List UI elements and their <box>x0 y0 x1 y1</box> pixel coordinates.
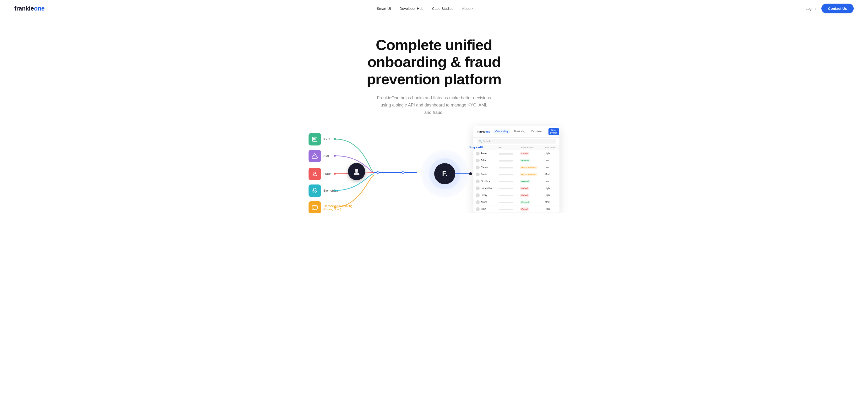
tab-monitoring[interactable]: Monitoring <box>512 130 527 134</box>
cell-status: Failed <box>518 192 542 199</box>
cell-status: Failed <box>518 150 542 157</box>
hero-title: Complete unified onboarding & fraud prev… <box>338 36 530 88</box>
svg-point-12 <box>334 190 336 192</box>
cell-name: Henry <box>473 192 496 199</box>
cell-status: Passed <box>518 157 542 164</box>
single-api-label: Single API <box>469 145 483 149</box>
ref-bar <box>499 188 513 189</box>
cell-risk: Med <box>542 171 559 178</box>
nav-link-about[interactable]: About ▾ <box>462 6 473 10</box>
nav-link-smart-ui[interactable]: Smart UI <box>377 6 391 10</box>
table-row[interactable]: June Failed High <box>473 205 559 212</box>
table-row[interactable]: Jamie Needs Attention Med <box>473 171 559 178</box>
ref-bar <box>499 160 513 162</box>
table-row[interactable]: Samantha Failed High <box>473 185 559 192</box>
cell-risk: High <box>542 185 559 192</box>
cell-ref <box>496 171 518 178</box>
table-body: Frans Failed High Julia Passed Low Carlo… <box>473 150 559 212</box>
table-row[interactable]: Carlos Needs Attention Low <box>473 164 559 171</box>
logo-black: frankie <box>14 5 34 12</box>
cell-ref <box>496 157 518 164</box>
cell-ref <box>496 205 518 212</box>
search-bar[interactable]: 🔍 Search <box>477 139 556 144</box>
diagram-area: KYC AML Fraud Biometric <box>303 131 565 213</box>
dashboard-tabs: Onboarding Monitoring Dashboard <box>494 130 545 134</box>
biometrics-icon <box>309 184 321 197</box>
status-badge: Failed <box>520 194 529 197</box>
svg-point-9 <box>334 138 336 140</box>
aml-icon <box>309 150 321 162</box>
left-diagram: KYC AML Fraud Biometric <box>309 131 418 207</box>
chevron-down-icon: ▾ <box>472 7 473 10</box>
nav-item-smart-ui[interactable]: Smart UI <box>377 6 391 11</box>
status-badge: Passed <box>520 180 531 183</box>
avatar <box>476 159 479 163</box>
table-row[interactable]: Julia Passed Low <box>473 157 559 164</box>
logo-blue: one <box>34 5 45 12</box>
f-circle: F. <box>434 163 455 184</box>
contact-us-button[interactable]: Contact Us <box>822 4 854 13</box>
cell-status: Needs Attention <box>518 171 542 178</box>
status-badge: Failed <box>520 152 529 155</box>
cell-name: Julia <box>473 157 496 164</box>
tab-onboarding[interactable]: Onboarding <box>494 130 510 134</box>
orb-wrapper: F. Single API <box>421 150 469 198</box>
cell-ref <box>496 185 518 192</box>
status-badge: Passed <box>520 159 531 162</box>
navbar: frankieone Smart UI Developer Hub Case S… <box>0 0 868 17</box>
cell-status: Needs Attention <box>518 164 542 171</box>
nav-item-case-studies[interactable]: Case Studies <box>432 6 453 11</box>
nav-link-developer-hub[interactable]: Developer Hub <box>400 6 424 10</box>
avatar <box>476 186 479 190</box>
cell-ref <box>496 164 518 171</box>
svg-point-13 <box>334 206 336 208</box>
cell-risk: Low <box>542 157 559 164</box>
new-profile-button[interactable]: New Profile <box>549 128 559 135</box>
cell-status: Failed <box>518 185 542 192</box>
flow-lines-svg <box>322 131 417 213</box>
ref-bar <box>499 167 513 169</box>
svg-rect-0 <box>312 137 317 141</box>
cell-ref <box>496 150 518 157</box>
svg-point-11 <box>334 173 336 175</box>
table-row[interactable]: Alison Passed Med <box>473 199 559 205</box>
cell-name: Geoffrey <box>473 178 496 185</box>
avatar <box>476 173 479 176</box>
status-badge: Failed <box>520 186 529 190</box>
nav-item-developer-hub[interactable]: Developer Hub <box>400 6 424 11</box>
dashboard-search: 🔍 Search <box>473 138 559 145</box>
svg-point-10 <box>334 155 336 157</box>
svg-point-4 <box>314 172 316 174</box>
svg-rect-6 <box>312 205 317 209</box>
hero-text: Complete unified onboarding & fraud prev… <box>338 36 530 116</box>
ref-bar <box>499 174 513 175</box>
cell-name: Frans <box>473 150 496 157</box>
search-icon: 🔍 <box>479 140 482 143</box>
col-status: Profile Status <box>518 145 542 150</box>
ref-bar <box>499 209 513 210</box>
cell-ref <box>496 192 518 199</box>
nav-item-about[interactable]: About ▾ <box>462 6 473 10</box>
tab-dashboard[interactable]: Dashboard <box>530 130 545 134</box>
table-row[interactable]: Henry Failed High <box>473 192 559 199</box>
cell-name: Alison <box>473 199 496 205</box>
logo[interactable]: frankieone <box>14 5 45 12</box>
cell-risk: Low <box>542 164 559 171</box>
cell-risk: Med <box>542 199 559 205</box>
table-row[interactable]: Geoffrey Passed Low <box>473 178 559 185</box>
table-row[interactable]: Frans Failed High <box>473 150 559 157</box>
transaction-icon <box>309 201 321 213</box>
avatar <box>476 193 479 197</box>
hero-section: Complete unified onboarding & fraud prev… <box>0 17 868 213</box>
svg-point-15 <box>402 172 404 173</box>
dashboard-logo: frankieone <box>477 130 490 133</box>
nav-link-case-studies[interactable]: Case Studies <box>432 6 453 10</box>
nav-links: Smart UI Developer Hub Case Studies Abou… <box>377 6 473 11</box>
svg-point-1 <box>314 138 314 139</box>
col-risk: Risk Level <box>542 145 559 150</box>
cell-name: Jamie <box>473 171 496 178</box>
cell-ref <box>496 199 518 205</box>
dashboard-topbar: frankieone Onboarding Monitoring Dashboa… <box>473 126 559 138</box>
kyc-icon <box>309 133 321 145</box>
login-link[interactable]: Log In <box>806 6 816 10</box>
